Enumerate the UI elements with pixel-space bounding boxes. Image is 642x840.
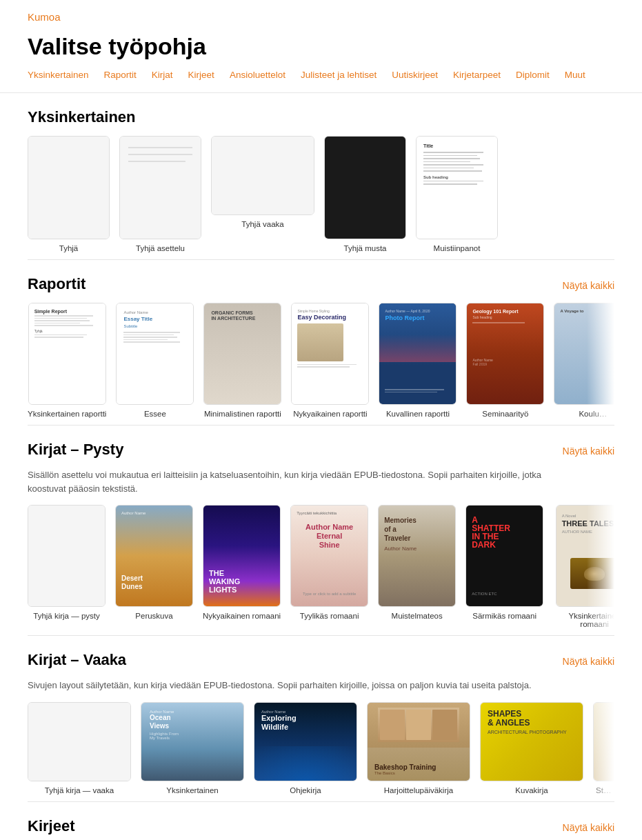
template-blank-landscape[interactable]: Tyhjä vaaka [211, 136, 314, 252]
template-modern-novel[interactable]: THEWAKINGLIGHTS Nykyaikainen romaani [203, 505, 281, 628]
cancel-button[interactable]: Kumoa [28, 11, 61, 23]
template-blank-book-portrait-label: Tyhjä kirja — pysty [33, 612, 100, 620]
template-simple-landscape[interactable]: Author Name OceanViews Highlights FromMy… [141, 702, 244, 794]
simple-templates-row: Tyhjä Tyhjä asettelu Tyhjä vaaka [28, 136, 614, 252]
template-blank-book-portrait[interactable]: Tyhjä kirja — pysty [28, 505, 106, 628]
letters-see-all[interactable]: Näytä kaikki [563, 822, 614, 833]
template-blank-layout-label: Tyhjä asettelu [136, 244, 185, 252]
section-reports-title: Raportit [28, 275, 86, 293]
template-guide-book[interactable]: Author Name ExploringWildlife Ohjekirja [254, 702, 357, 794]
template-essay[interactable]: Author Name Essay TitleSubtitle Essee [116, 303, 194, 418]
template-basic-image[interactable]: Author Name DesertDunes Peruskuva [115, 505, 193, 628]
template-photo-book[interactable]: SHAPES& ANGLES ARCHITECTURAL PHOTOGRAPHY… [480, 702, 583, 794]
section-reports-header: Raportit Näytä kaikki [28, 275, 614, 293]
section-simple-title: Yksinkertainen [28, 108, 136, 126]
template-edgy-novel-label: Särmikäs romaani [472, 612, 536, 620]
template-blank-layout[interactable]: Tyhjä asettelu [119, 136, 201, 252]
template-basic-image-label: Peruskuva [135, 612, 172, 620]
section-books-portrait-header: Kirjat – Pysty Näytä kaikki [28, 441, 614, 459]
template-training-diary[interactable]: Bakeshop Training The Basics Harjoittelu… [367, 702, 470, 794]
template-simple-report-label: Yksinkertainen raportti [28, 410, 106, 418]
page-title: Valitse työpohja [0, 29, 642, 70]
books-portrait-templates-row: Tyhjä kirja — pysty Author Name DesertDu… [28, 505, 614, 628]
nav-item-resumes[interactable]: Ansioluettelot [230, 70, 285, 80]
nav-item-newsletters[interactable]: Uutiskirjeet [392, 70, 438, 80]
books-landscape-templates-row: Tyhjä kirja — vaaka Author Name OceanVie… [28, 702, 614, 794]
template-memoir-label: Muistelmateos [392, 612, 443, 620]
template-photo-report[interactable]: Author Name — April 8, 2020 Photo Report… [379, 303, 457, 418]
template-edgy-novel[interactable]: ASHATTERIN THEDARK ACTION ETC Särmikäs r… [465, 505, 543, 628]
template-essay-label: Essee [144, 410, 166, 418]
template-seminar-label: Seminaarityö [482, 410, 528, 418]
template-elegant-novel-label: Tyylikäs romaani [300, 612, 359, 620]
section-books-portrait-title: Kirjat – Pysty [28, 441, 123, 459]
nav-item-books[interactable]: Kirjat [152, 70, 173, 80]
section-simple-header: Yksinkertainen [28, 108, 614, 126]
template-simple-report[interactable]: Simple Report Tyhjä Yksinkertainen rapor… [28, 303, 106, 418]
nav-item-stationery[interactable]: Kirjetarpeet [453, 70, 501, 80]
template-elegant-novel[interactable]: Tyyrcäiti tekukkichittia Author NameEter… [290, 505, 368, 628]
section-letters-header: Kirjeet Näytä kaikki [28, 817, 614, 835]
template-modern-report-label: Nykyaikainen raportti [293, 410, 367, 418]
template-school-label: Koulu… [579, 410, 607, 418]
books-landscape-see-all[interactable]: Näytä kaikki [563, 656, 614, 667]
section-reports: Raportit Näytä kaikki Simple Report Tyhj… [0, 260, 642, 425]
template-memoir[interactable]: Memoriesof aTraveler Author Name Muistel… [378, 505, 456, 628]
top-bar: Kumoa [0, 0, 642, 29]
section-letters-title: Kirjeet [28, 817, 74, 835]
section-simple: Yksinkertainen Tyhjä Tyhjä asettelu [0, 93, 642, 259]
reports-templates-row: Simple Report Tyhjä Yksinkertainen rapor… [28, 303, 614, 418]
section-books-landscape-subtitle: Sivujen layout säilytetään, kun kirja vi… [28, 679, 552, 692]
template-notes-label: Muistiinpanot [434, 244, 481, 252]
section-letters: Kirjeet Näytä kaikki Sender Name Author … [0, 802, 642, 841]
section-books-portrait: Kirjat – Pysty Näytä kaikki Sisällön ase… [0, 426, 642, 635]
section-books-landscape: Kirjat – Vaaka Näytä kaikki Sivujen layo… [0, 636, 642, 801]
nav-item-other[interactable]: Muut [565, 70, 585, 80]
template-photo-report-label: Kuvallinen raportti [386, 410, 450, 418]
books-portrait-see-all[interactable]: Näytä kaikki [563, 446, 614, 457]
nav-item-posters[interactable]: Julisteet ja lehtiset [301, 70, 377, 80]
template-blank-black-label: Tyhjä musta [344, 244, 387, 252]
template-blank-book-landscape-label: Tyhjä kirja — vaaka [45, 786, 114, 794]
template-blank-book-landscape[interactable]: Tyhjä kirja — vaaka [28, 702, 131, 794]
template-modern-novel-label: Nykyaikainen romaani [203, 612, 281, 620]
template-more-landscape[interactable]: St… Ra… [593, 702, 614, 794]
nav-item-reports[interactable]: Raportit [104, 70, 137, 80]
template-training-diary-label: Harjoittelupäiväkirja [384, 786, 453, 794]
nav-item-letters[interactable]: Kirjeet [188, 70, 214, 80]
template-simple-novel[interactable]: A Novel THREE TALES AUTHOR NAME Yksinker… [553, 505, 614, 628]
section-books-landscape-title: Kirjat – Vaaka [28, 651, 126, 669]
nav-item-diplomas[interactable]: Diplomit [516, 70, 550, 80]
template-notes[interactable]: Title Sub heading Muistiinpanot [416, 136, 498, 252]
template-photo-book-label: Kuvakirja [515, 786, 548, 794]
template-simple-landscape-label: Yksinkertainen [166, 786, 218, 794]
template-blank-landscape-label: Tyhjä vaaka [241, 220, 283, 228]
nav-item-simple[interactable]: Yksinkertainen [28, 70, 89, 80]
template-simple-novel-label: Yksinkertainen romaani [553, 612, 614, 628]
template-minimal-report-label: Minimalistinen raportti [204, 410, 281, 418]
template-school[interactable]: A Voyage to Koulu… [554, 303, 614, 418]
template-seminar[interactable]: Geology 101 Report Sub heading Author Na… [466, 303, 544, 418]
template-more-landscape-label: St… Ra… [596, 786, 614, 794]
section-books-landscape-header: Kirjat – Vaaka Näytä kaikki [28, 651, 614, 669]
template-blank-black[interactable]: Tyhjä musta [324, 136, 406, 252]
template-blank[interactable]: Tyhjä [28, 136, 110, 252]
reports-see-all[interactable]: Näytä kaikki [563, 280, 614, 291]
template-guide-book-label: Ohjekirja [290, 786, 321, 794]
template-modern-report[interactable]: Simple Home Styling Easy Decorating Nyky… [291, 303, 369, 418]
section-books-portrait-subtitle: Sisällön asettelu voi mukautua eri laitt… [28, 468, 552, 495]
template-minimal-report[interactable]: ORGANIC FORMSIN ARCHITECTURE Minimalisti… [203, 303, 281, 418]
template-blank-label: Tyhjä [59, 244, 79, 252]
category-nav: Yksinkertainen Raportit Kirjat Kirjeet A… [0, 70, 642, 93]
